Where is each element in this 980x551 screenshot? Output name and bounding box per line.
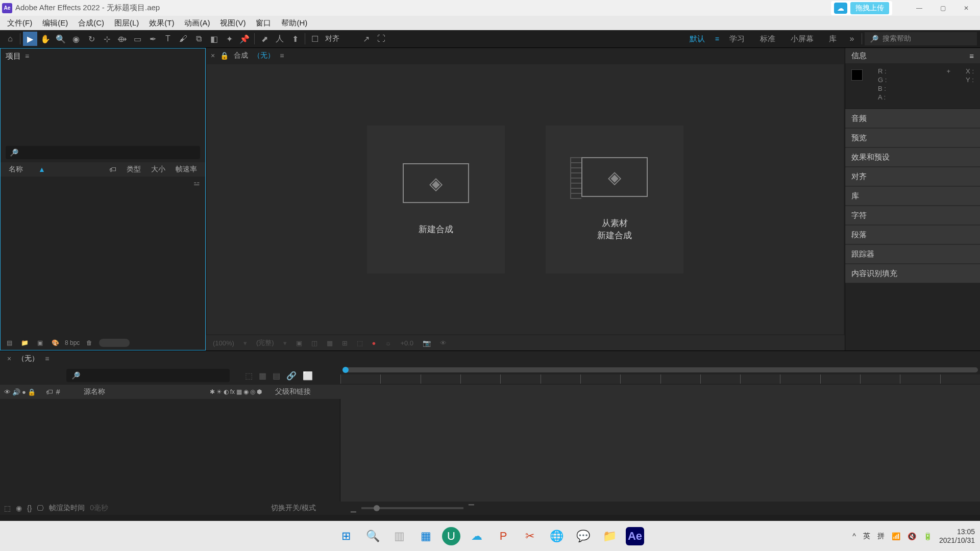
camera-tool[interactable]: ⊹ bbox=[100, 32, 114, 46]
taskbar-explorer-icon[interactable]: 📁 bbox=[599, 526, 620, 546]
timeline-search[interactable]: 🔎 bbox=[66, 369, 230, 382]
interpret-footage-icon[interactable]: ▤ bbox=[4, 337, 15, 348]
tray-chevron-icon[interactable]: ^ bbox=[852, 532, 856, 540]
switch-3d-icon[interactable]: ⬢ bbox=[257, 388, 262, 395]
menu-effect[interactable]: 效果(T) bbox=[144, 17, 179, 30]
pan-behind-tool[interactable]: ⟴ bbox=[115, 32, 129, 46]
minimize-button[interactable]: — bbox=[908, 0, 931, 16]
zoom-in-icon[interactable]: ▔ bbox=[469, 504, 474, 512]
snapshot-icon[interactable]: 📷 bbox=[423, 339, 431, 347]
col-label-icon[interactable]: 🏷 bbox=[46, 388, 53, 396]
new-from-footage-card[interactable]: ◈ 从素材 新建合成 bbox=[546, 126, 683, 273]
panel-content-aware-fill[interactable]: 内容识别填充 bbox=[845, 264, 980, 283]
workspace-overflow-icon[interactable]: » bbox=[845, 32, 859, 46]
timeline-track-area[interactable] bbox=[340, 399, 980, 502]
brush-tool[interactable]: 🖌 bbox=[176, 32, 190, 46]
col-solo-icon[interactable]: ● bbox=[22, 388, 26, 396]
panel-paragraph[interactable]: 段落 bbox=[845, 225, 980, 244]
color-depth-icon[interactable]: 🎨 bbox=[50, 337, 61, 348]
playhead-handle[interactable] bbox=[342, 367, 349, 373]
render-time-icon[interactable]: 🖵 bbox=[37, 504, 44, 512]
switch-motion-blur-icon[interactable]: ◉ bbox=[243, 388, 249, 395]
close-button[interactable]: ✕ bbox=[954, 0, 978, 16]
panel-preview[interactable]: 预览 bbox=[845, 128, 980, 147]
comp-panel-menu-icon[interactable]: ≡ bbox=[280, 52, 284, 60]
project-panel-menu-icon[interactable]: ≡ bbox=[25, 52, 29, 60]
zoom-tool[interactable]: 🔍 bbox=[54, 32, 68, 46]
timeline-zoom-slider[interactable] bbox=[361, 507, 463, 509]
ime-lang[interactable]: 英 bbox=[863, 532, 870, 541]
col-index[interactable]: # bbox=[56, 388, 60, 396]
toggle-switches-modes[interactable]: 切换开关/模式 bbox=[271, 504, 316, 513]
resolution-dropdown[interactable]: (完整) bbox=[256, 338, 274, 347]
volume-icon[interactable]: 🔇 bbox=[908, 532, 916, 540]
panel-library[interactable]: 库 bbox=[845, 186, 980, 206]
viewer-btn-3[interactable]: ▦ bbox=[327, 339, 333, 347]
comp-tab-close-icon[interactable]: × bbox=[211, 52, 215, 60]
taskbar-app-2[interactable]: ☁ bbox=[467, 526, 487, 546]
switch-collapse-icon[interactable]: ☀ bbox=[216, 388, 222, 395]
col-type[interactable]: 类型 bbox=[127, 165, 141, 174]
task-view-icon[interactable]: ▥ bbox=[389, 526, 409, 546]
system-clock[interactable]: 13:05 2021/10/31 bbox=[939, 528, 975, 545]
taskbar-powerpoint-icon[interactable]: P bbox=[493, 526, 513, 546]
col-source-name[interactable]: 源名称 bbox=[84, 387, 105, 396]
switch-fx-icon[interactable]: fx bbox=[230, 388, 235, 395]
taskbar-search-icon[interactable]: 🔍 bbox=[362, 526, 383, 546]
col-size[interactable]: 大小 bbox=[151, 165, 165, 174]
timeline-ruler[interactable] bbox=[340, 366, 980, 385]
text-tool[interactable]: T bbox=[161, 32, 175, 46]
local-axis-icon[interactable]: ⬈ bbox=[257, 32, 272, 46]
pen-tool[interactable]: ✒ bbox=[145, 32, 160, 46]
col-fps[interactable]: 帧速率 bbox=[176, 165, 197, 174]
panel-audio[interactable]: 音频 bbox=[845, 109, 980, 128]
new-composition-card[interactable]: ◈ 新建合成 bbox=[367, 126, 505, 273]
new-comp-icon[interactable]: ▣ bbox=[34, 337, 45, 348]
menu-help[interactable]: 帮助(H) bbox=[276, 17, 312, 30]
viewer-btn-5[interactable]: ⬚ bbox=[357, 339, 363, 347]
tl-btn-4[interactable]: 🔗 bbox=[286, 371, 297, 381]
tl-btn-1[interactable]: ⬚ bbox=[245, 371, 253, 381]
workspace-standard[interactable]: 标准 bbox=[753, 32, 782, 46]
flowchart-icon[interactable]: ⚍ bbox=[193, 179, 200, 187]
menu-view[interactable]: 视图(V) bbox=[215, 17, 251, 30]
battery-icon[interactable]: 🔋 bbox=[923, 532, 932, 540]
comp-tab-label[interactable]: 合成 bbox=[234, 51, 248, 60]
ime-mode[interactable]: 拼 bbox=[877, 532, 885, 541]
taskbar-edge-icon[interactable]: 🌐 bbox=[546, 526, 567, 546]
col-audio-icon[interactable]: 🔊 bbox=[12, 388, 20, 396]
project-item-list[interactable]: ⚍ bbox=[1, 177, 205, 336]
viewer-btn-1[interactable]: ▣ bbox=[296, 339, 302, 347]
switch-adjustment-icon[interactable]: ◎ bbox=[250, 388, 255, 395]
comp-lock-icon[interactable]: 🔒 bbox=[220, 52, 229, 60]
show-snapshot-icon[interactable]: 👁 bbox=[440, 339, 447, 347]
view-axis-icon[interactable]: ⬆ bbox=[288, 32, 302, 46]
taskbar-app-1[interactable]: U bbox=[442, 527, 460, 545]
world-axis-icon[interactable]: 人 bbox=[273, 32, 287, 46]
tag-icon[interactable]: 🏷 bbox=[109, 165, 116, 173]
cloud-upload-widget[interactable]: ☁ 拖拽上传 bbox=[831, 1, 892, 15]
home-tool[interactable]: ⌂ bbox=[3, 32, 17, 46]
rotate-tool[interactable]: ↻ bbox=[84, 32, 99, 46]
widgets-icon[interactable]: ▦ bbox=[415, 526, 436, 546]
menu-file[interactable]: 文件(F) bbox=[2, 17, 37, 30]
start-button[interactable]: ⊞ bbox=[336, 526, 356, 546]
switch-shy-icon[interactable]: ✱ bbox=[210, 388, 215, 395]
switch-quality-icon[interactable]: ◐ bbox=[224, 388, 229, 395]
panel-effects-presets[interactable]: 效果和预设 bbox=[845, 147, 980, 167]
menu-edit[interactable]: 编辑(E) bbox=[37, 17, 73, 30]
timeline-tab-none[interactable]: （无） bbox=[17, 354, 39, 363]
exposure-icon[interactable]: ☼ bbox=[385, 339, 391, 347]
timeline-layer-list[interactable] bbox=[0, 399, 340, 502]
project-tab[interactable]: 项目 bbox=[6, 52, 21, 61]
toggle-icon-1[interactable]: ↗ bbox=[359, 32, 373, 46]
tl-btn-5[interactable]: ⬜ bbox=[303, 371, 313, 381]
info-panel-title[interactable]: 信息 bbox=[851, 51, 867, 61]
workspace-small[interactable]: 小屏幕 bbox=[783, 32, 821, 46]
toggle-brackets-icon[interactable]: {} bbox=[27, 504, 32, 512]
zoom-slider-handle[interactable] bbox=[374, 505, 380, 511]
selection-tool[interactable]: ▶ bbox=[23, 32, 37, 46]
col-lock-icon[interactable]: 🔒 bbox=[28, 388, 36, 396]
orbit-tool[interactable]: ◉ bbox=[69, 32, 83, 46]
roto-tool[interactable]: ✦ bbox=[222, 32, 236, 46]
